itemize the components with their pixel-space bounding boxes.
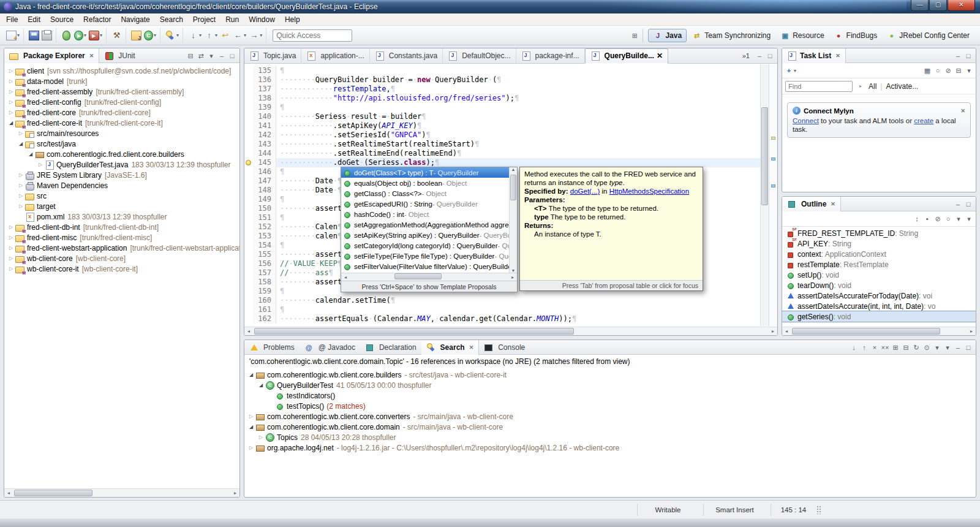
window-close-button[interactable]: ✕ [948,0,975,11]
tree-item[interactable]: ▷data-model[trunk] [4,76,239,86]
code-line[interactable]: 140········Seriess·result·=·builder¶ [244,112,760,121]
tree-item[interactable]: ▷wb-client-core-it[wb-client-core-it] [4,264,239,274]
view-menu-icon[interactable]: ▾ [943,343,952,352]
outline-item[interactable]: API_KEY : String [782,238,976,249]
twistie-icon[interactable]: ▷ [7,99,15,105]
code-line[interactable]: 144············.setRealtimeEnd(realtimeE… [244,149,760,158]
tree-item[interactable]: ▷org.apache.log4j.net- log4j-1.2.16.jar … [244,442,976,453]
menu-source[interactable]: Source [45,14,78,25]
tab-overflow-indicator[interactable]: »1 [739,52,753,59]
search-history-icon[interactable]: ▾ [933,343,941,352]
tree-item[interactable]: ▷fred-client-misc[trunk/fred-client-misc… [4,232,239,243]
tree-item[interactable]: ◢com.coherentlogic.wb.client.core.builde… [244,370,976,380]
scope-arrow-icon[interactable]: ▸ [856,83,865,89]
editor-tab-querybuilde-[interactable]: QueryBuilde...✕ [585,48,668,64]
scope-all-button[interactable]: All [869,82,876,91]
tree-item[interactable]: ▷fred-client-db-int[trunk/fred-client-db… [4,222,239,232]
menu-refactor[interactable]: Refactor [78,14,116,25]
tree-item[interactable]: ▷fred-client-assembly[trunk/fred-client-… [4,86,239,97]
twistie-icon[interactable]: ▷ [247,445,255,450]
code-line[interactable]: 138············"http://api.stlouisfed.or… [244,94,760,103]
scroll-left-icon[interactable]: ◂ [4,490,13,496]
view-menu-icon[interactable]: ▾ [207,51,216,61]
editor-tab-package-inf-[interactable]: package-inf... [516,48,585,64]
proposal-item[interactable]: getEscapedURI() : String - QueryBuilder [341,199,509,209]
outline-item[interactable]: tearDown() : void [782,280,976,290]
tree-item[interactable]: ▷fred-client-config[trunk/fred-client-co… [4,97,239,107]
hide-non-public-icon[interactable]: ○ [944,214,952,224]
tab-declaration[interactable]: Declaration [360,340,421,355]
close-icon[interactable]: ✕ [831,201,835,207]
menu-project[interactable]: Project [188,14,221,25]
create-task-link[interactable]: create [914,117,933,124]
filters-icon[interactable]: ▾ [954,214,963,224]
editor-hscrollbar[interactable]: ◂ ▸ [244,327,777,335]
tree-item[interactable]: ▷QueryBuilderTest.java183 30/03/13 12:39… [4,159,239,170]
maximize-icon[interactable]: □ [964,343,973,352]
tab-problems[interactable]: Problems [244,340,300,355]
proposal-item[interactable]: setApiKey(String apiKey) : QueryBuilder … [341,230,509,240]
menu-help[interactable]: Help [280,14,305,25]
tab-task-list[interactable]: Task List ✕ [782,48,846,63]
code-line[interactable]: 161¶ [244,305,760,314]
tree-item[interactable]: ▷Maven Dependencies [4,180,239,191]
code-line[interactable]: 143············.setRealtimeStart(realtim… [244,140,760,149]
proposal-item[interactable]: doGet(Class<T> type) : T - QueryBuilder [341,167,509,178]
filter-tasks-icon[interactable]: ⊘ [944,66,952,75]
tab-junit[interactable]: JUnit [99,48,140,63]
scroll-right-icon[interactable]: ▸ [967,328,976,334]
view-menu-icon[interactable]: ▾ [965,214,973,224]
outline-item[interactable]: setUp() : void [782,270,976,280]
proposal-item[interactable]: equals(Object obj) : boolean - Object [341,178,509,188]
code-line[interactable]: 160········calendar.setTime(¶ [244,296,760,305]
print-button[interactable] [40,29,53,42]
twistie-icon[interactable]: ▷ [7,89,15,94]
twistie-icon[interactable]: ◢ [247,372,255,377]
collapse-all-icon[interactable]: ⊟ [902,343,910,352]
remove-selected-icon[interactable]: × [870,343,879,352]
perspective-java[interactable]: JJava [648,29,687,42]
twistie-icon[interactable]: ▷ [7,256,15,261]
tree-item[interactable]: testIndicators() [244,390,976,401]
activate-button[interactable]: Activate... [886,82,918,91]
run-button[interactable]: ▾ [73,29,88,42]
last-edit-location-button[interactable]: ↩ [219,29,232,42]
twistie-icon[interactable]: ▷ [17,193,25,199]
outline-item[interactable]: assertDateIsAccurate(int, int, int, Date… [782,301,976,311]
scroll-right-icon[interactable]: ▸ [508,275,517,280]
proposal-item[interactable]: hashCode() : int - Object [341,209,509,219]
close-icon[interactable]: ✕ [469,344,474,351]
code-line[interactable]: 142············.setSeriesId("GNPCA")¶ [244,131,760,140]
proposal-item[interactable]: setAggregationMethod(AggregationMethod a… [341,219,509,230]
pin-view-icon[interactable]: ⊙ [922,343,931,352]
menu-window[interactable]: Window [244,14,280,25]
minimize-icon[interactable]: – [954,199,962,209]
sort-icon[interactable]: ↕ [913,214,921,224]
menu-search[interactable]: Search [155,14,188,25]
maximize-icon[interactable]: □ [766,51,774,61]
new-button[interactable]: ▾ [5,29,21,42]
close-icon[interactable]: ✕ [89,53,94,59]
outline-item[interactable]: context : ApplicationContext [782,249,976,259]
previous-annotation-button[interactable]: ↑▾ [203,29,219,42]
tree-item[interactable]: ▷fred-client-core[trunk/fred-client-core… [4,107,239,118]
minimize-icon[interactable]: – [954,343,962,352]
view-menu-icon[interactable]: ▾ [965,66,973,75]
back-button[interactable]: ←▾ [232,29,247,42]
scroll-left-icon[interactable]: ◂ [341,275,350,280]
scheduled-icon[interactable]: ○ [933,66,942,75]
link-with-editor-icon[interactable]: ⇄ [197,51,205,61]
twistie-icon[interactable]: ▷ [247,414,255,419]
twistie-icon[interactable]: ▷ [7,245,15,251]
open-perspective-icon[interactable]: ⊞ [630,31,639,40]
tree-item[interactable]: ▷fred-client-webstart-application[trunk/… [4,243,239,253]
twistie-icon[interactable]: ▷ [17,172,25,178]
twistie-icon[interactable]: ▷ [7,235,15,240]
tree-item[interactable]: ▷client[svn ssh://thospfuller@svn.code.s… [4,66,239,76]
scroll-right-icon[interactable]: ▸ [231,490,239,496]
minimize-icon[interactable]: – [217,51,226,61]
new-task-icon[interactable]: + [785,66,793,75]
remove-all-matches-icon[interactable]: ×× [881,343,889,352]
run-current-search-icon[interactable]: ↻ [912,343,921,352]
code-line[interactable]: 135¶ [244,66,760,75]
